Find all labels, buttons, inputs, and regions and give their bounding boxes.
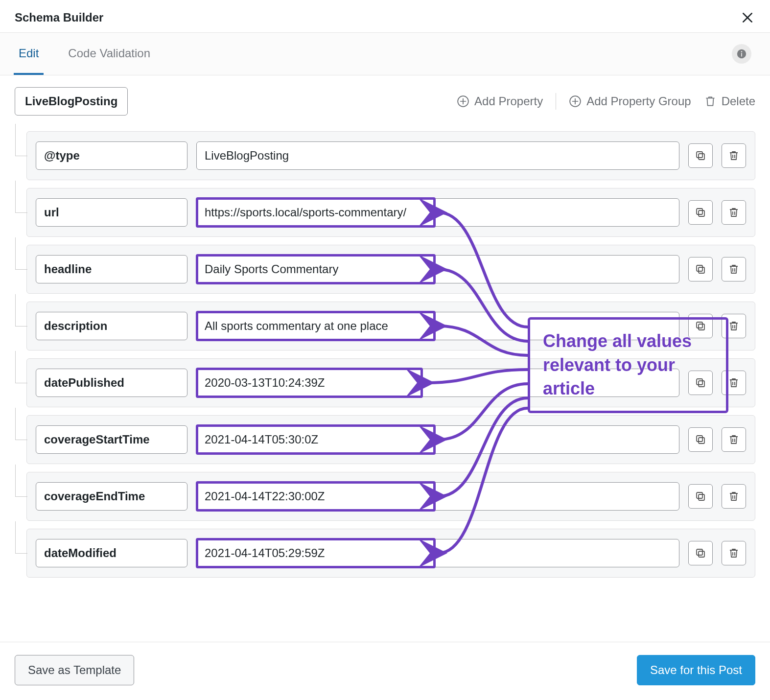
trash-icon[interactable] [722, 484, 746, 509]
property-key-input[interactable]: datePublished [36, 369, 187, 397]
save-post-button[interactable]: Save for this Post [637, 655, 755, 685]
property-row: @typeLiveBlogPosting [26, 131, 755, 180]
highlight-overlay [196, 538, 436, 568]
property-value-input[interactable]: 2021-04-14T05:30:0Z [196, 425, 679, 454]
svg-rect-6 [697, 152, 702, 158]
svg-rect-10 [697, 265, 702, 271]
trash-icon[interactable] [722, 200, 746, 225]
schema-type-select[interactable]: LiveBlogPosting [15, 87, 128, 116]
svg-rect-17 [699, 494, 704, 500]
delete-schema-button[interactable]: Delete [704, 94, 755, 108]
delete-label: Delete [722, 94, 755, 108]
tab-code-validation[interactable]: Code Validation [63, 33, 155, 75]
property-key-input[interactable]: description [36, 312, 187, 340]
svg-rect-7 [699, 210, 704, 216]
tabs-bar: Edit Code Validation [0, 32, 770, 75]
svg-rect-15 [699, 438, 704, 443]
schema-toolbar: LiveBlogPosting Add Property Add Propert… [0, 75, 770, 123]
property-key-input[interactable]: dateModified [36, 539, 187, 567]
annotation-text: Change all values relevant to your artic… [543, 331, 692, 398]
svg-rect-1 [741, 53, 742, 56]
property-key-input[interactable]: @type [36, 141, 187, 170]
add-property-label: Add Property [474, 94, 543, 108]
svg-point-2 [741, 51, 743, 52]
property-value-input[interactable]: LiveBlogPosting [196, 141, 679, 170]
highlight-overlay [196, 311, 436, 341]
highlight-overlay [196, 424, 436, 455]
annotation-callout: Change all values relevant to your artic… [528, 317, 728, 413]
add-property-group-button[interactable]: Add Property Group [569, 94, 691, 108]
add-property-button[interactable]: Add Property [457, 94, 543, 108]
highlight-overlay [196, 481, 436, 512]
save-template-button[interactable]: Save as Template [15, 655, 134, 685]
svg-rect-20 [697, 549, 702, 555]
property-row: coverageStartTime2021-04-14T05:30:0Z [26, 415, 755, 464]
svg-rect-5 [699, 154, 704, 160]
close-icon[interactable] [740, 10, 755, 25]
dialog-header: Schema Builder [0, 0, 770, 32]
property-row: urlhttps://sports.local/sports-commentar… [26, 188, 755, 237]
property-value-input[interactable]: 2021-04-14T05:29:59Z [196, 539, 679, 567]
copy-icon[interactable] [688, 143, 713, 168]
property-key-input[interactable]: headline [36, 255, 187, 283]
highlight-overlay [196, 254, 436, 284]
property-key-input[interactable]: coverageStartTime [36, 425, 187, 454]
property-value-input[interactable]: Daily Sports Commentary [196, 255, 679, 283]
property-row: headlineDaily Sports Commentary [26, 245, 755, 294]
copy-icon[interactable] [688, 257, 713, 281]
add-property-group-label: Add Property Group [586, 94, 691, 108]
property-value-input[interactable]: 2021-04-14T22:30:00Z [196, 482, 679, 511]
property-key-input[interactable]: url [36, 198, 187, 227]
trash-icon[interactable] [722, 257, 746, 281]
svg-rect-18 [697, 492, 702, 498]
dialog-title: Schema Builder [15, 11, 103, 24]
highlight-overlay [196, 197, 436, 228]
copy-icon[interactable] [688, 484, 713, 509]
svg-rect-8 [697, 209, 702, 214]
separator [556, 93, 556, 110]
svg-rect-9 [699, 267, 704, 273]
dialog-footer: Save as Template Save for this Post [0, 642, 770, 700]
trash-icon[interactable] [722, 143, 746, 168]
svg-rect-16 [697, 436, 702, 442]
property-key-input[interactable]: coverageEndTime [36, 482, 187, 511]
info-icon[interactable] [732, 44, 751, 64]
trash-icon[interactable] [722, 541, 746, 565]
property-row: coverageEndTime2021-04-14T22:30:00Z [26, 472, 755, 521]
trash-icon[interactable] [722, 427, 746, 452]
copy-icon[interactable] [688, 541, 713, 565]
tab-edit[interactable]: Edit [14, 33, 44, 75]
highlight-overlay [196, 368, 423, 398]
copy-icon[interactable] [688, 427, 713, 452]
svg-rect-19 [699, 551, 704, 557]
copy-icon[interactable] [688, 200, 713, 225]
property-value-input[interactable]: https://sports.local/sports-commentary/ [196, 198, 679, 227]
property-row: dateModified2021-04-14T05:29:59Z [26, 529, 755, 578]
